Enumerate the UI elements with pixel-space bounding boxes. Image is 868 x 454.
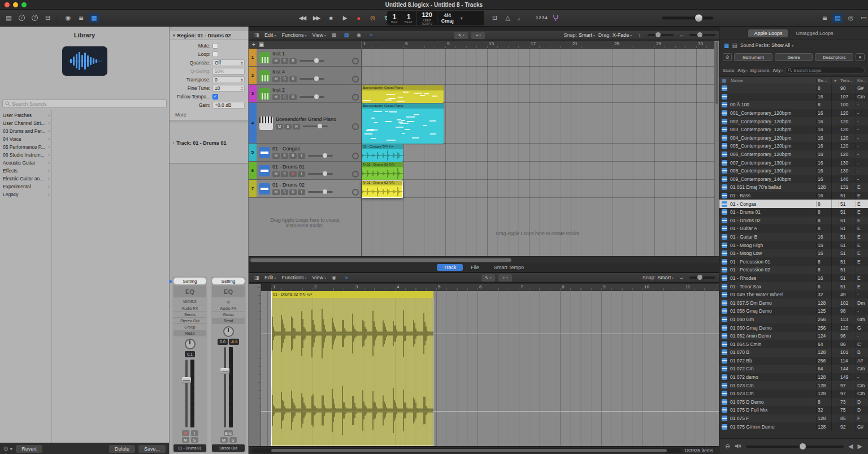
library-category-item[interactable]: Legacy (0, 191, 51, 198)
track-volume-slider[interactable] (303, 126, 328, 127)
inspector-row[interactable]: Mute: ▴▾ (170, 41, 248, 50)
loop-row[interactable]: 004_Contemporary_120bpm 16 120 - (719, 134, 868, 142)
loop-favorite-cell[interactable] (831, 109, 839, 118)
track-solo-button[interactable]: S (281, 94, 288, 100)
loop-filter-button[interactable]: Genre (775, 53, 813, 61)
loop-preview-volume-slider[interactable] (746, 446, 844, 448)
control-surfaces-icon[interactable]: ◎ (845, 13, 856, 23)
loop-favorite-cell[interactable] (831, 257, 839, 266)
editor-bar-ruler[interactable]: 1234567891011 (271, 284, 719, 291)
patch-menu-icon[interactable]: ⊙ ▾ (3, 446, 12, 452)
inspector-row[interactable]: Transpose: 0 ▴▾ (170, 75, 248, 84)
track-record-button[interactable]: R (289, 171, 297, 177)
loop-row[interactable]: 01 073 Cm 128 97 Cm (719, 390, 868, 398)
library-category-item[interactable]: User Patches (0, 111, 51, 119)
vertical-zoom-slider[interactable] (648, 34, 674, 36)
loop-favorite-cell[interactable] (831, 134, 839, 142)
loop-row[interactable]: 01 075 D Full Mix 32 75 D (719, 406, 868, 414)
loop-row[interactable]: 01 060 Gm 256 113 Gm (719, 315, 868, 324)
inspector-row[interactable]: Follow Tempo... ▴▾ (170, 92, 248, 101)
editor-playhead[interactable] (271, 291, 272, 446)
input-slot[interactable]: MIC/E/2 (173, 299, 206, 305)
group-slot[interactable]: Group (173, 323, 206, 330)
loop-filter-button[interactable]: Descriptors (815, 53, 853, 61)
loop-favorite-cell[interactable] (831, 381, 839, 390)
pointer-tool-selector[interactable]: ↖ (481, 274, 495, 282)
snap-menu[interactable]: Snap:Smart (564, 32, 595, 38)
loop-row[interactable]: 01 - Rhodes 16 51 E (719, 274, 868, 283)
metronome-icon[interactable]: △ (502, 13, 513, 23)
loop-row[interactable]: 01 - Bass 16 51 E (719, 192, 868, 200)
loop-favorite-cell[interactable] (831, 291, 839, 299)
drag-menu[interactable]: Drag:X-Fade (598, 32, 632, 38)
loop-row[interactable]: 01 051 Emaj 70's ballad 128 131 E (719, 183, 868, 192)
count-in-button[interactable]: 1234 (536, 15, 548, 20)
loop-favorite-cell[interactable] (831, 414, 839, 423)
loop-row[interactable]: 01 049 The Water Wheel 32 49 - (719, 291, 868, 299)
library-category-item[interactable]: Effects (0, 167, 51, 175)
loop-filter-button[interactable]: Instrument (734, 53, 772, 61)
track-solo-button[interactable]: S (281, 58, 288, 64)
lcd-display[interactable]: 1 BAR 1 BEAT 120 KEEP TEMPO 4/4 Cmaj ▾ (387, 11, 484, 25)
loop-row[interactable]: 01 058 Gmaj Demo 125 98 - (719, 307, 868, 315)
timeline[interactable]: 159131721252933 Boesendorfer Grand Piano… (362, 41, 714, 256)
inspector-row[interactable]: Fine Tune: ±0 ▴▾ (170, 84, 248, 92)
library-category-item[interactable]: 04 Voice (0, 135, 51, 143)
inspector-row-value-box[interactable]: Off ▴▾ (212, 59, 245, 66)
track-solo-button[interactable]: S (281, 189, 288, 195)
track-solo-button[interactable]: S (281, 153, 288, 159)
track-pan-knob[interactable] (352, 94, 359, 101)
track-pan-knob[interactable] (352, 58, 359, 64)
toolbar-toggle-icon[interactable]: ⊟ (42, 13, 53, 23)
loop-row[interactable]: 01 075 F 128 85 F (719, 414, 868, 423)
pointer-tool-selector[interactable]: ↖ (454, 32, 468, 39)
track-pan-knob[interactable] (352, 171, 359, 178)
editor-tab[interactable]: File (464, 264, 486, 271)
region-inspector-header[interactable]: ▾ Region: 01 - Drums 02 (170, 31, 248, 40)
list-editors-icon[interactable]: ≣ (819, 13, 830, 23)
editor-canvas[interactable]: 1234567891011 01 - Drums 02 ↻↻ ¼× (261, 284, 719, 446)
output-channel-strip[interactable]: Setting EQ ◎ Audio FX Group Read 0.0 -6.… (211, 276, 246, 453)
track-pan-knob[interactable] (352, 123, 359, 130)
quick-help-icon[interactable]: ? (29, 13, 40, 23)
favorites-filter-button[interactable]: ♥ (856, 53, 865, 61)
editor-region-header[interactable]: 01 - Drums 02 ↻↻ ¼× (271, 291, 433, 298)
prev-loop-icon[interactable]: ◀ (848, 443, 853, 450)
track-header[interactable]: 6 01 - Drums 01 M S R I (249, 162, 361, 180)
loop-browser-tab[interactable]: Apple Loops (748, 29, 788, 37)
region[interactable]: ↻ 01 - Drums 02 ↻↻ (362, 180, 403, 198)
inspector-toggle-icon[interactable]: i (16, 13, 27, 23)
eq-display[interactable]: EQ (212, 286, 245, 297)
track-solo-button[interactable]: S (281, 171, 288, 177)
autopunch-icon[interactable]: ⊡ (489, 13, 500, 23)
tuner-icon[interactable] (550, 13, 561, 23)
link-icon[interactable]: ◨ (252, 31, 261, 39)
menu-button[interactable]: View (313, 32, 326, 38)
inspector-row-value-box[interactable]: ±0 ▴▾ (212, 85, 245, 92)
loop-row[interactable]: 01 - Moog High 16 51 E (719, 241, 868, 249)
loop-favorite-cell[interactable] (831, 233, 839, 241)
loop-favorite-cell[interactable] (831, 208, 839, 217)
loop-row[interactable]: 01 - Guitar A 8 51 E (719, 224, 868, 233)
flex-icon[interactable]: ≈ (367, 31, 376, 39)
fader-handle[interactable] (220, 368, 229, 374)
track-record-button[interactable]: R (293, 124, 300, 129)
volume-fader[interactable] (212, 345, 245, 430)
tracks-horizontal-scrollbar[interactable] (249, 257, 719, 263)
inspector-row[interactable]: Loop: ▴▾ (170, 50, 248, 58)
track-record-button[interactable]: R (289, 189, 297, 195)
format-indicator[interactable]: ◎ (212, 299, 245, 305)
menu-button[interactable]: Edit (264, 32, 276, 38)
stepper-icon[interactable]: ▴▾ (241, 86, 242, 90)
fader-handle[interactable] (182, 377, 191, 383)
loop-favorite-cell[interactable] (831, 249, 839, 258)
track-pan-knob[interactable] (352, 189, 359, 196)
search-sounds-input[interactable] (12, 101, 164, 107)
loop-favorite-cell[interactable] (831, 101, 839, 109)
loop-favorite-cell[interactable] (831, 348, 839, 357)
region[interactable]: Boesendorfer Grand Piano (362, 85, 444, 103)
loop-favorite-cell[interactable] (831, 117, 839, 126)
grid-icon[interactable]: ▦ (329, 31, 338, 39)
lcd-signature[interactable]: 4/4 Cmaj (437, 11, 458, 25)
loop-favorite-cell[interactable] (831, 299, 839, 307)
